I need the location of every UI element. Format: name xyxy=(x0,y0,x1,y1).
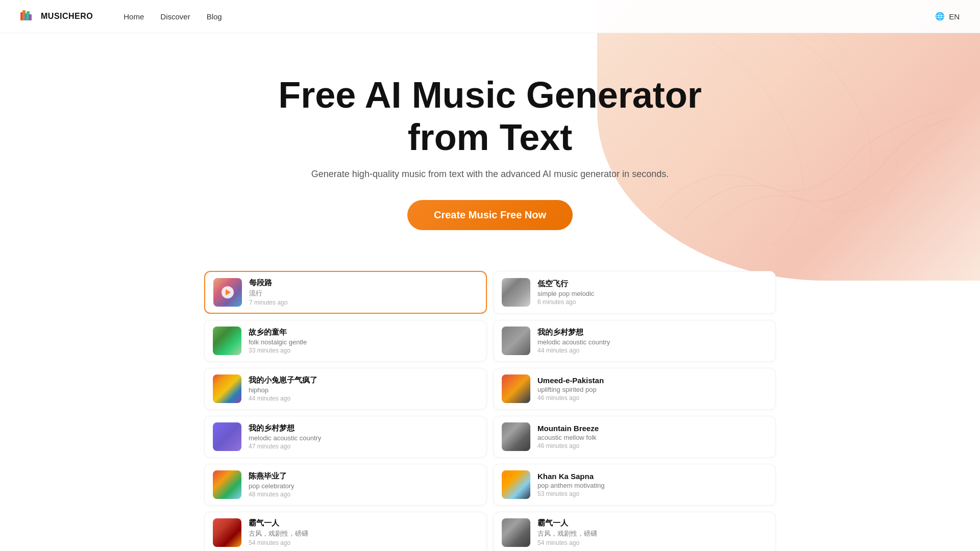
hero-subtitle: Generate high-quality music from text wi… xyxy=(20,169,960,180)
logo[interactable]: MUSICHERO xyxy=(20,8,93,24)
music-time: 53 minutes ago xyxy=(537,490,767,497)
create-music-button[interactable]: Create Music Free Now xyxy=(407,200,573,230)
music-card[interactable]: 霸气一人古风，戏剧性，磅礴54 minutes ago xyxy=(204,512,487,551)
music-info: 霸气一人古风，戏剧性，磅礴54 minutes ago xyxy=(537,518,767,546)
music-info: 我的乡村梦想melodic acoustic country44 minutes… xyxy=(537,328,767,354)
music-list: 每段路流行7 minutes ago低空飞行simple pop melodic… xyxy=(184,271,796,551)
music-tags: 古风，戏剧性，磅礴 xyxy=(537,529,767,538)
music-thumbnail xyxy=(213,422,241,451)
music-tags: melodic acoustic country xyxy=(249,434,478,442)
music-tags: 古风，戏剧性，磅礴 xyxy=(249,529,478,538)
music-time: 54 minutes ago xyxy=(249,539,478,546)
music-tags: pop celebratory xyxy=(249,482,478,490)
music-tags: hiphop xyxy=(249,386,478,394)
music-card[interactable]: Khan Ka Sapnapop anthem motivating53 min… xyxy=(493,464,776,506)
music-title: 陈燕毕业了 xyxy=(249,471,478,481)
music-info: 每段路流行7 minutes ago xyxy=(249,278,478,306)
music-title: 我的小兔崽子气疯了 xyxy=(249,375,478,385)
music-thumbnail xyxy=(213,518,241,547)
music-title: 每段路 xyxy=(249,278,478,288)
music-card[interactable]: 每段路流行7 minutes ago xyxy=(204,271,487,314)
music-card[interactable]: 低空飞行simple pop melodic6 minutes ago xyxy=(493,271,776,314)
music-info: 故乡的童年folk nostalgic gentle33 minutes ago xyxy=(249,328,478,354)
music-info: 我的小兔崽子气疯了hiphop44 minutes ago xyxy=(249,375,478,402)
music-card[interactable]: 陈燕毕业了pop celebratory48 minutes ago xyxy=(204,464,487,506)
lang-label[interactable]: EN xyxy=(949,12,960,21)
music-title: 我的乡村梦想 xyxy=(537,328,767,337)
music-thumbnail xyxy=(213,327,241,355)
music-thumbnail xyxy=(213,374,241,403)
music-title: 我的乡村梦想 xyxy=(249,423,478,433)
nav-right: 🌐 EN xyxy=(935,12,960,21)
music-tags: melodic acoustic country xyxy=(537,338,767,346)
nav-blog[interactable]: Blog xyxy=(207,12,222,21)
music-info: Mountain Breezeacoustic mellow folk46 mi… xyxy=(537,424,767,449)
music-thumbnail xyxy=(502,422,530,451)
hero-title: Free AI Music Generator from Text xyxy=(20,74,960,159)
music-title: 霸气一人 xyxy=(537,518,767,528)
music-info: Umeed-e-Pakistanuplifting spirited pop46… xyxy=(537,376,767,402)
music-tags: folk nostalgic gentle xyxy=(249,338,478,346)
music-info: 我的乡村梦想melodic acoustic country47 minutes… xyxy=(249,423,478,450)
navbar: MUSICHERO Home Discover Blog 🌐 EN xyxy=(0,0,980,33)
music-info: 陈燕毕业了pop celebratory48 minutes ago xyxy=(249,471,478,498)
nav-links: Home Discover Blog xyxy=(124,12,935,21)
hero-section: Free AI Music Generator from Text Genera… xyxy=(0,33,980,251)
music-title: 故乡的童年 xyxy=(249,328,478,337)
music-card[interactable]: 我的乡村梦想melodic acoustic country44 minutes… xyxy=(493,320,776,362)
music-thumbnail xyxy=(502,278,530,307)
music-card[interactable]: 我的乡村梦想melodic acoustic country47 minutes… xyxy=(204,416,487,458)
brand-name: MUSICHERO xyxy=(41,12,93,21)
music-time: 46 minutes ago xyxy=(537,394,767,402)
music-thumbnail xyxy=(213,278,242,307)
music-info: 低空飞行simple pop melodic6 minutes ago xyxy=(537,279,767,306)
music-time: 33 minutes ago xyxy=(249,347,478,354)
music-tags: uplifting spirited pop xyxy=(537,386,767,393)
music-thumbnail xyxy=(502,518,530,547)
music-card[interactable]: 霸气一人古风，戏剧性，磅礴54 minutes ago xyxy=(493,512,776,551)
music-info: 霸气一人古风，戏剧性，磅礴54 minutes ago xyxy=(249,518,478,546)
music-time: 54 minutes ago xyxy=(537,539,767,546)
music-time: 7 minutes ago xyxy=(249,299,478,306)
music-thumbnail xyxy=(502,470,530,499)
music-tags: pop anthem motivating xyxy=(537,482,767,489)
svg-rect-4 xyxy=(29,14,32,20)
music-time: 46 minutes ago xyxy=(537,442,767,449)
music-thumbnail xyxy=(213,470,241,499)
music-title: 低空飞行 xyxy=(537,279,767,289)
play-icon xyxy=(226,289,231,295)
play-overlay xyxy=(222,286,234,298)
lang-icon: 🌐 xyxy=(935,12,945,21)
music-title: Khan Ka Sapna xyxy=(537,472,767,481)
music-thumbnail xyxy=(502,327,530,355)
music-card[interactable]: 故乡的童年folk nostalgic gentle33 minutes ago xyxy=(204,320,487,362)
music-time: 44 minutes ago xyxy=(249,395,478,402)
music-tags: acoustic mellow folk xyxy=(537,434,767,441)
music-info: Khan Ka Sapnapop anthem motivating53 min… xyxy=(537,472,767,497)
music-card[interactable]: 我的小兔崽子气疯了hiphop44 minutes ago xyxy=(204,368,487,410)
music-card[interactable]: Umeed-e-Pakistanuplifting spirited pop46… xyxy=(493,368,776,410)
music-thumbnail xyxy=(502,374,530,403)
music-time: 6 minutes ago xyxy=(537,298,767,306)
music-tags: 流行 xyxy=(249,289,478,298)
music-title: Umeed-e-Pakistan xyxy=(537,376,767,385)
music-time: 47 minutes ago xyxy=(249,443,478,450)
music-title: 霸气一人 xyxy=(249,518,478,528)
nav-home[interactable]: Home xyxy=(124,12,144,21)
music-card[interactable]: Mountain Breezeacoustic mellow folk46 mi… xyxy=(493,416,776,458)
music-time: 48 minutes ago xyxy=(249,491,478,498)
logo-icon xyxy=(20,8,37,24)
nav-discover[interactable]: Discover xyxy=(160,12,190,21)
music-title: Mountain Breeze xyxy=(537,424,767,433)
music-time: 44 minutes ago xyxy=(537,347,767,354)
music-tags: simple pop melodic xyxy=(537,290,767,297)
